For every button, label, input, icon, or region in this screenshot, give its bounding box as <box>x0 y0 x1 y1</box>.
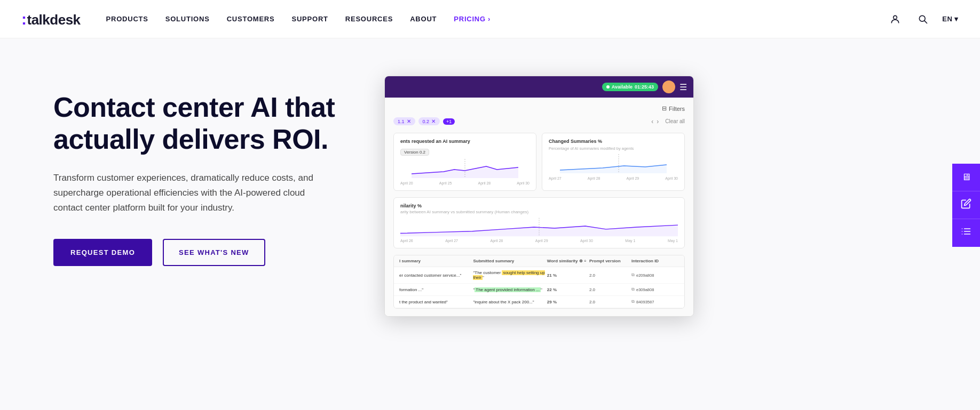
td-id-1: ⧉ e209a808 <box>631 272 679 278</box>
edit-icon <box>961 198 971 212</box>
td-submitted-1: "The customer sought help setting up the… <box>473 270 547 280</box>
chart1-line <box>400 159 529 178</box>
search-icon <box>918 14 928 25</box>
chart-similarity: nilarity % arity between AI summary vs s… <box>393 197 685 248</box>
td-version-1: 2.0 <box>589 273 631 278</box>
dash-charts-row: ents requested an AI summary Version 0.2… <box>393 133 685 191</box>
td-id-2: ⧉ e309a808 <box>631 287 679 292</box>
chart2-labels: April 27April 28April 29April 30 <box>549 176 678 180</box>
dash-filters-button[interactable]: ⊟ Filters <box>662 105 685 112</box>
nav-actions: EN ▾ <box>887 11 959 28</box>
chart2-title: Changed Summaries % <box>549 139 678 144</box>
th-submitted: Submitted summary <box>473 259 547 263</box>
language-selector[interactable]: EN ▾ <box>942 15 959 23</box>
nav-item-about[interactable]: ABOUT <box>410 15 437 23</box>
td-version-2: 2.0 <box>589 287 631 292</box>
dash-table: l summary Submitted summary Word similar… <box>393 255 685 309</box>
nav-item-resources[interactable]: RESOURCES <box>345 15 393 23</box>
dash-avatar <box>662 81 675 93</box>
dash-filters-row: ⊟ Filters <box>393 105 685 112</box>
chart-changed-summaries: Changed Summaries % Percentage of AI sum… <box>542 133 685 191</box>
hero-dashboard: Available 01:25:43 ☰ ⊟ Filters 1. <box>384 70 959 317</box>
th-summary: l summary <box>399 259 473 263</box>
chart1-version-badge: Version 0.2 <box>400 149 429 156</box>
td-summary-3: t the product and wanted" <box>399 300 473 304</box>
hero-title: Contact center AI that actually delivers… <box>53 92 352 156</box>
pagination-prev-icon[interactable]: ‹ <box>651 118 653 125</box>
pricing-arrow-icon: › <box>488 15 491 23</box>
lang-chevron-icon: ▾ <box>954 15 959 23</box>
status-dot <box>606 85 610 89</box>
tag-2[interactable]: 0.2 ✕ <box>418 117 440 125</box>
floating-actions: 🖥 <box>952 164 980 247</box>
chart1-title: ents requested an AI summary <box>400 139 529 144</box>
copy-icon: ⧉ <box>631 287 635 292</box>
user-icon-button[interactable] <box>887 11 904 28</box>
dash-status-pill: Available 01:25:43 <box>602 83 658 91</box>
table-row: t the product and wanted" "inquire about… <box>394 296 684 308</box>
th-interaction: Interaction ID <box>631 259 679 263</box>
logo-dot: : <box>21 10 27 28</box>
table-row: er contacted customer service..." "The c… <box>394 267 684 284</box>
nav-item-customers[interactable]: CUSTOMERS <box>227 15 275 23</box>
table-row: formation ..." "The agent provided infor… <box>394 284 684 296</box>
monitor-icon: 🖥 <box>961 172 971 183</box>
hero-cta-group: REQUEST DEMO SEE WHAT'S NEW <box>53 239 352 266</box>
td-summary-1: er contacted customer service..." <box>399 273 473 278</box>
tag2-remove-icon[interactable]: ✕ <box>431 118 436 124</box>
dash-body: ⊟ Filters 1.1 ✕ 0.2 ✕ +1 <box>385 98 693 316</box>
td-submitted-2: "The agent provided information ..." <box>473 287 547 292</box>
dash-menu-icon: ☰ <box>679 82 687 92</box>
clear-all-button[interactable]: Clear all <box>665 118 685 124</box>
nav-item-products[interactable]: PRODUCTS <box>106 15 148 23</box>
th-prompt: Prompt version <box>589 259 631 263</box>
logo-text: :talkdesk <box>21 10 81 28</box>
tag-1[interactable]: 1.1 ✕ <box>393 117 415 125</box>
floating-monitor-button[interactable]: 🖥 <box>952 164 980 191</box>
pagination-next-icon[interactable]: › <box>657 118 659 125</box>
request-demo-button[interactable]: REQUEST DEMO <box>53 239 152 266</box>
chart2-line <box>549 154 678 173</box>
floating-edit-button[interactable] <box>952 191 980 219</box>
table-header: l summary Submitted summary Word similar… <box>394 255 684 267</box>
hero-content: Contact center AI that actually delivers… <box>53 70 352 266</box>
user-icon <box>890 14 900 25</box>
chart-ai-summary: ents requested an AI summary Version 0.2… <box>393 133 536 191</box>
logo[interactable]: :talkdesk <box>21 10 81 28</box>
nav-item-support[interactable]: SUPPORT <box>291 15 328 23</box>
list-icon <box>961 226 971 239</box>
nav-item-solutions[interactable]: SOLUTIONS <box>165 15 210 23</box>
dashboard-mockup: Available 01:25:43 ☰ ⊟ Filters 1. <box>384 76 694 317</box>
td-version-3: 2.0 <box>589 300 631 304</box>
tag-count: +1 <box>443 118 455 125</box>
hero-subtitle: Transform customer experiences, dramatic… <box>53 171 331 215</box>
th-similarity: Word similarity ⊕ ÷ <box>547 259 589 263</box>
dash-header: Available 01:25:43 ☰ <box>385 76 693 98</box>
similarity-line <box>400 218 678 237</box>
tag1-remove-icon[interactable]: ✕ <box>407 118 411 124</box>
nav-item-pricing[interactable]: PRICING › <box>454 15 491 23</box>
filter-icon: ⊟ <box>662 105 667 112</box>
td-similarity-2: 22 % <box>547 287 589 292</box>
chart2-subtitle: Percentage of AI summaries modified by a… <box>549 146 678 151</box>
td-similarity-3: 29 % <box>547 300 589 304</box>
similarity-title: nilarity % <box>400 203 678 208</box>
similarity-subtitle: arity between AI summary vs submitted su… <box>400 210 678 214</box>
svg-line-2 <box>924 20 927 23</box>
search-icon-button[interactable] <box>914 11 931 28</box>
td-similarity-1: 21 % <box>547 273 589 278</box>
td-summary-2: formation ..." <box>399 287 473 292</box>
dash-tags-row: 1.1 ✕ 0.2 ✕ +1 ‹ › Clear all <box>393 117 685 125</box>
nav-links: PRODUCTS SOLUTIONS CUSTOMERS SUPPORT RES… <box>106 15 887 23</box>
similarity-labels: April 26April 27April 28April 29April 30… <box>400 239 678 243</box>
copy-icon: ⧉ <box>631 299 635 304</box>
td-submitted-3: "inquire about the X pack 200..." <box>473 300 547 304</box>
hero-section: Contact center AI that actually delivers… <box>0 38 980 410</box>
floating-list-button[interactable] <box>952 219 980 247</box>
copy-icon: ⧉ <box>631 272 635 278</box>
chart1-labels: April 20April 25April 28April 30 <box>400 181 529 185</box>
navbar: :talkdesk PRODUCTS SOLUTIONS CUSTOMERS S… <box>0 0 980 38</box>
svg-point-0 <box>894 15 897 19</box>
see-whats-new-button[interactable]: SEE WHAT'S NEW <box>163 239 265 266</box>
td-id-3: ⧉ 84093587 <box>631 299 679 304</box>
